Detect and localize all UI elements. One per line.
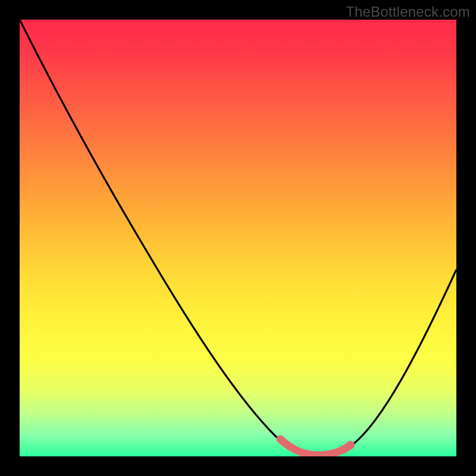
optimal-end-dot: [346, 441, 355, 449]
bottleneck-curve: [20, 20, 456, 456]
plot-area: [20, 20, 456, 456]
chart-frame: TheBottleneck.com: [0, 0, 476, 476]
optimal-range-highlight: [280, 439, 348, 455]
curve-path: [20, 20, 456, 455]
watermark-text: TheBottleneck.com: [346, 4, 470, 20]
